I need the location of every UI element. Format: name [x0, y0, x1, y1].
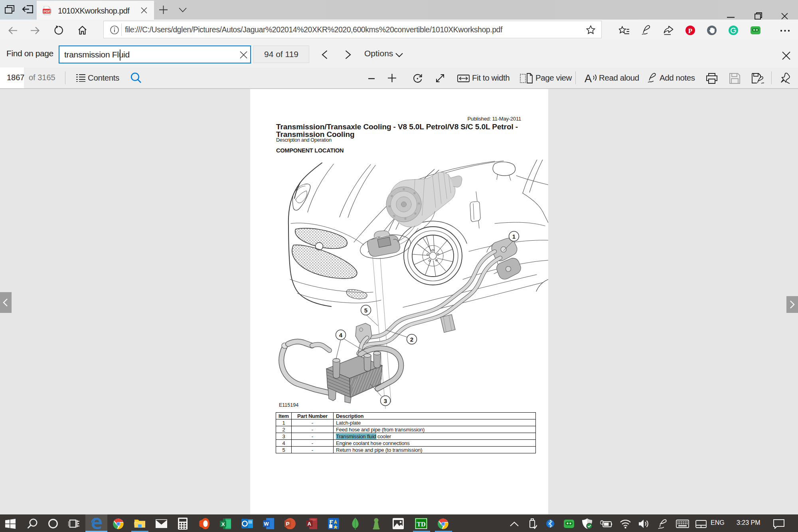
svg-text:1: 1: [512, 233, 516, 240]
svg-text:3: 3: [384, 398, 387, 404]
svg-text:5: 5: [364, 307, 367, 314]
svg-text:A: A: [585, 73, 592, 84]
svg-text:P: P: [688, 27, 692, 35]
svg-text:A: A: [308, 521, 312, 527]
svg-text:P: P: [286, 521, 289, 527]
svg-text:TD: TD: [417, 521, 425, 528]
svg-text:X: X: [221, 521, 225, 527]
svg-text:W: W: [264, 521, 269, 527]
svg-text:2: 2: [410, 336, 413, 343]
svg-text:PDF: PDF: [43, 10, 50, 14]
svg-text:4: 4: [339, 332, 343, 338]
